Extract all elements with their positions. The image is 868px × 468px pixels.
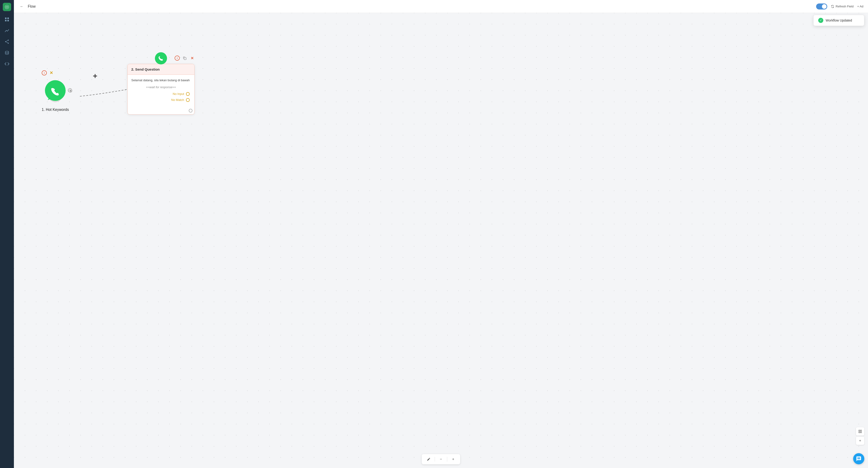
toolbar-divider-1 (435, 457, 435, 462)
svg-point-16 (155, 52, 167, 64)
disconnect-button[interactable]: ✕ (91, 72, 98, 79)
node-send-question[interactable]: i ✕ 2. Send Question Selamat datang, sil… (127, 64, 194, 114)
sidebar (0, 0, 14, 468)
svg-rect-21 (860, 432, 862, 433)
svg-line-8 (6, 40, 8, 41)
svg-point-12 (45, 80, 66, 101)
option-no-input[interactable]: No Input (131, 92, 191, 96)
sidebar-item-code[interactable] (2, 59, 11, 68)
option-no-match-label: No Match (171, 98, 184, 102)
card-footer (128, 107, 194, 114)
toast-notification: ✓ Workflow Updated (813, 15, 864, 26)
page-title: Flow (28, 4, 36, 8)
card-body: Selamat datang, sila tekan butang di baw… (128, 75, 194, 107)
svg-rect-17 (184, 58, 186, 60)
svg-point-0 (5, 5, 9, 9)
refresh-field-button[interactable]: Refresh Field (831, 5, 854, 8)
svg-rect-3 (5, 20, 6, 21)
svg-point-5 (8, 40, 9, 41)
sidebar-logo[interactable] (3, 3, 11, 11)
send-question-card: 2. Send Question Selamat datang, sila te… (127, 64, 194, 114)
zoom-fit-button[interactable] (856, 427, 864, 436)
sidebar-item-flow[interactable] (2, 15, 11, 24)
zoom-in-button[interactable]: + (856, 437, 864, 445)
sidebar-item-share[interactable] (2, 37, 11, 46)
sidebar-item-analytics[interactable] (2, 26, 11, 35)
add-button[interactable]: + Ad (857, 5, 863, 8)
card-message: Selamat datang, sila tekan butang di baw… (131, 78, 191, 82)
toast-message: Workflow Updated (826, 19, 852, 22)
node2-delete-button[interactable]: ✕ (189, 56, 194, 61)
chat-support-button[interactable] (853, 453, 864, 464)
sidebar-item-database[interactable] (2, 48, 11, 57)
node2-info-button[interactable]: i (175, 56, 180, 61)
svg-rect-4 (7, 20, 9, 21)
option-no-match[interactable]: No Match (131, 98, 191, 102)
topbar-right: Refresh Field + Ad (816, 3, 863, 9)
zoom-out-tool[interactable]: − (438, 456, 444, 463)
active-toggle[interactable] (816, 3, 827, 9)
node1-info-button[interactable]: i (42, 70, 47, 75)
node2-whatsapp-icon (154, 52, 167, 66)
option-no-match-connector[interactable] (186, 98, 190, 102)
zoom-in-tool[interactable]: + (450, 456, 457, 463)
toolbar-divider-2 (447, 457, 447, 462)
svg-rect-20 (859, 432, 860, 433)
svg-rect-19 (860, 430, 862, 431)
zoom-controls: + (856, 427, 864, 445)
topbar: ← Flow Refresh Field + Ad (14, 0, 868, 13)
node2-controls: i ✕ (175, 56, 194, 61)
node2-copy-button[interactable] (182, 56, 187, 61)
svg-rect-1 (5, 18, 6, 19)
node-hot-keywords[interactable]: i ✕ 1. Hot Keywords (42, 78, 69, 112)
main-area: ← Flow Refresh Field + Ad ✓ Workflow Upd… (14, 0, 868, 468)
option-no-input-connector[interactable] (186, 92, 190, 96)
back-button[interactable]: ← (19, 3, 25, 10)
svg-point-10 (5, 51, 9, 53)
node1-whatsapp-icon (42, 78, 69, 105)
svg-rect-2 (7, 18, 9, 19)
svg-point-6 (8, 42, 9, 44)
svg-rect-18 (859, 430, 860, 431)
flow-canvas[interactable]: ✓ Workflow Updated ✕ i ✕ (14, 13, 868, 468)
node1-label: 1. Hot Keywords (42, 108, 69, 112)
card-bottom-connector[interactable] (189, 109, 192, 112)
svg-line-9 (6, 42, 8, 43)
node1-controls: i ✕ (42, 70, 54, 75)
node1-output-connector[interactable] (68, 88, 72, 92)
pencil-tool[interactable] (426, 456, 432, 463)
toast-check-icon: ✓ (818, 18, 823, 23)
node1-delete-button[interactable]: ✕ (49, 70, 54, 75)
card-wait-text: ==wait for response== (131, 86, 191, 89)
option-no-input-label: No Input (173, 92, 184, 96)
svg-point-7 (5, 41, 6, 42)
bottom-toolbar: − + (422, 454, 460, 464)
